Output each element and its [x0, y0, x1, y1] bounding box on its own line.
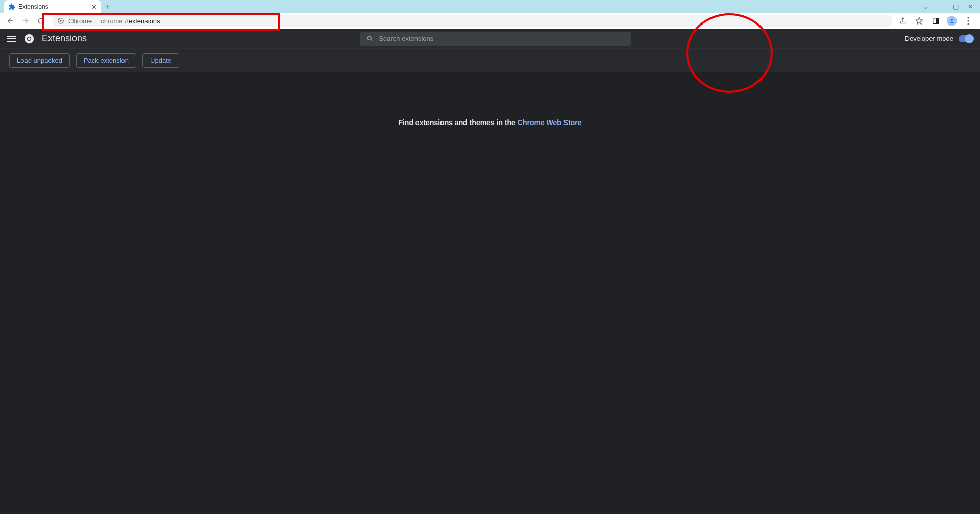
- svg-point-10: [28, 37, 31, 40]
- empty-state-text: Find extensions and themes in the Chrome…: [398, 118, 581, 514]
- toolbar-right: [896, 14, 977, 28]
- hamburger-menu-icon[interactable]: [7, 36, 16, 42]
- load-unpacked-button[interactable]: Load unpacked: [9, 53, 70, 68]
- tab-close-icon[interactable]: ✕: [91, 3, 97, 11]
- chrome-logo-icon: [23, 33, 35, 44]
- svg-point-4: [951, 19, 953, 21]
- browser-titlebar: Extensions ✕ ＋ ⌄ — ▢ ✕: [0, 0, 980, 13]
- search-extensions[interactable]: [360, 32, 631, 46]
- svg-point-11: [368, 36, 372, 40]
- omnibox-divider: [96, 17, 96, 25]
- profile-avatar[interactable]: [945, 14, 959, 28]
- site-info-icon[interactable]: [57, 17, 64, 25]
- chevron-down-icon[interactable]: ⌄: [923, 3, 928, 10]
- search-input[interactable]: [379, 35, 625, 42]
- maximize-icon[interactable]: ▢: [953, 3, 959, 10]
- kebab-menu-icon[interactable]: [962, 14, 975, 28]
- search-icon: [366, 35, 374, 42]
- toggle-knob: [965, 34, 974, 43]
- reload-button[interactable]: [34, 14, 48, 28]
- avatar-icon: [947, 16, 957, 26]
- bookmark-icon[interactable]: [913, 14, 926, 28]
- svg-rect-3: [936, 18, 938, 24]
- forward-button[interactable]: [18, 14, 33, 28]
- svg-point-7: [967, 23, 969, 25]
- update-button[interactable]: Update: [142, 53, 179, 68]
- browser-toolbar: Chrome chrome://extensions: [0, 13, 980, 29]
- browser-tab[interactable]: Extensions ✕: [4, 0, 101, 13]
- svg-point-6: [967, 20, 969, 21]
- page-title: Extensions: [42, 33, 87, 44]
- svg-point-1: [60, 20, 62, 22]
- developer-mode-toggle[interactable]: [959, 35, 973, 42]
- omnibox-url: chrome://extensions: [101, 17, 160, 25]
- extension-icon: [8, 3, 15, 10]
- extensions-content: Find extensions and themes in the Chrome…: [0, 72, 980, 514]
- svg-line-12: [371, 39, 373, 41]
- new-tab-button[interactable]: ＋: [101, 0, 114, 13]
- close-icon[interactable]: ✕: [968, 3, 973, 10]
- window-controls: ⌄ — ▢ ✕: [916, 0, 980, 13]
- pack-extension-button[interactable]: Pack extension: [76, 53, 136, 68]
- omnibox-prefix: Chrome: [68, 17, 92, 25]
- chrome-web-store-link[interactable]: Chrome Web Store: [518, 118, 582, 127]
- developer-mode-label: Developer mode: [905, 35, 953, 42]
- developer-mode: Developer mode: [905, 35, 973, 42]
- extensions-header: Extensions Developer mode: [0, 29, 980, 49]
- tab-title: Extensions: [18, 3, 88, 10]
- share-icon[interactable]: [896, 14, 910, 28]
- minimize-icon[interactable]: —: [938, 3, 944, 10]
- developer-toolbar: Load unpacked Pack extension Update: [0, 49, 980, 72]
- extensions-toolbar-icon[interactable]: [929, 14, 942, 28]
- back-button[interactable]: [3, 14, 17, 28]
- svg-point-5: [967, 17, 969, 18]
- address-bar[interactable]: Chrome chrome://extensions: [52, 15, 892, 27]
